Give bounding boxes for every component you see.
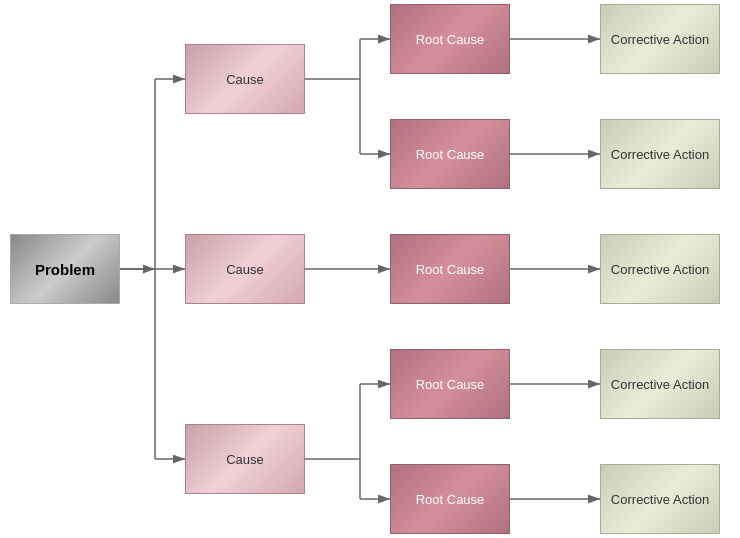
problem-label: Problem [35,261,95,278]
root-cause-box-4[interactable]: Root Cause [390,349,510,419]
corrective-action-box-4[interactable]: Corrective Action [600,349,720,419]
root-cause-label-5: Root Cause [416,492,485,507]
corrective-action-box-3[interactable]: Corrective Action [600,234,720,304]
corrective-action-box-2[interactable]: Corrective Action [600,119,720,189]
root-cause-label-2: Root Cause [416,147,485,162]
diagram-container: Problem Cause Cause Cause Root Cause Roo… [0,0,740,538]
corrective-action-label-1: Corrective Action [611,32,709,47]
cause-label-1: Cause [226,72,264,87]
problem-box[interactable]: Problem [10,234,120,304]
cause-box-2[interactable]: Cause [185,234,305,304]
cause-label-2: Cause [226,262,264,277]
cause-box-3[interactable]: Cause [185,424,305,494]
corrective-action-label-2: Corrective Action [611,147,709,162]
corrective-action-label-3: Corrective Action [611,262,709,277]
corrective-action-box-5[interactable]: Corrective Action [600,464,720,534]
root-cause-label-3: Root Cause [416,262,485,277]
root-cause-label-1: Root Cause [416,32,485,47]
cause-label-3: Cause [226,452,264,467]
corrective-action-label-5: Corrective Action [611,492,709,507]
root-cause-box-5[interactable]: Root Cause [390,464,510,534]
root-cause-box-1[interactable]: Root Cause [390,4,510,74]
root-cause-box-3[interactable]: Root Cause [390,234,510,304]
cause-box-1[interactable]: Cause [185,44,305,114]
root-cause-label-4: Root Cause [416,377,485,392]
corrective-action-box-1[interactable]: Corrective Action [600,4,720,74]
corrective-action-label-4: Corrective Action [611,377,709,392]
root-cause-box-2[interactable]: Root Cause [390,119,510,189]
